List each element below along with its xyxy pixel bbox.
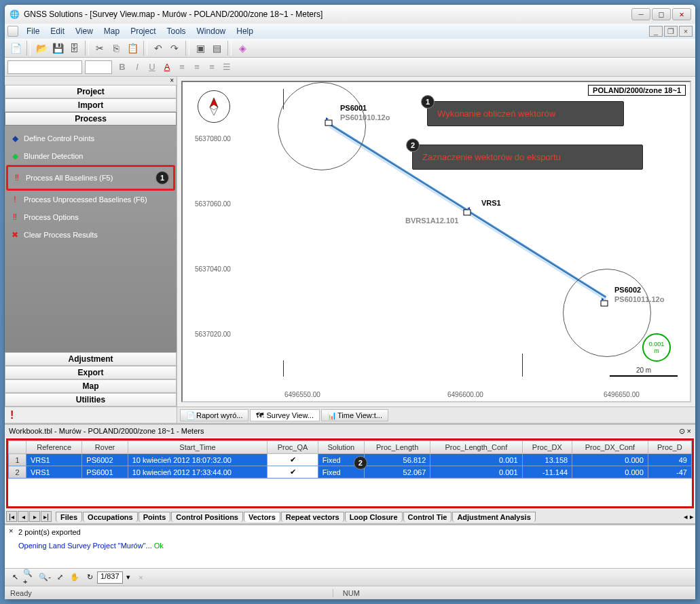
save-icon[interactable]: 💾: [50, 41, 65, 56]
tab-next-icon[interactable]: ▸: [29, 511, 40, 522]
color-icon[interactable]: A: [160, 60, 174, 75]
pointer-icon[interactable]: ↖: [7, 571, 22, 584]
col-header[interactable]: Solution: [318, 441, 364, 454]
size-combo[interactable]: [85, 60, 112, 74]
menu-project[interactable]: Project: [125, 25, 161, 37]
col-header[interactable]: Reference: [26, 441, 82, 454]
workbook-tab[interactable]: Vectors: [244, 512, 280, 522]
sidebar-item[interactable]: ‼Process All Baselines (F5)1: [6, 165, 175, 191]
side-header-project[interactable]: Project: [5, 85, 177, 98]
side-header-adjustment[interactable]: Adjustment: [5, 352, 177, 366]
close-button[interactable]: ✕: [672, 8, 691, 20]
map-point-ps6002[interactable]: [600, 298, 609, 307]
menu-file[interactable]: File: [21, 25, 45, 37]
sidebar-item[interactable]: ✖Clear Process Results: [6, 226, 175, 244]
workbook-tab[interactable]: Repeat vectors: [281, 512, 344, 522]
tab-last-icon[interactable]: ▸|: [41, 511, 52, 522]
open-icon[interactable]: 📂: [34, 41, 49, 56]
side-header-utilities[interactable]: Utilities: [5, 393, 177, 407]
list-icon[interactable]: ☰: [219, 60, 234, 75]
menu-edit[interactable]: Edit: [45, 25, 70, 37]
copy-icon[interactable]: ⎘: [109, 41, 124, 56]
svg-rect-2: [325, 120, 332, 126]
col-header[interactable]: Proc_Length: [364, 441, 430, 454]
cut-icon[interactable]: ✂: [92, 41, 107, 56]
window2-icon[interactable]: ▤: [209, 41, 224, 56]
menu-map[interactable]: Map: [98, 25, 125, 37]
menu-view[interactable]: View: [70, 25, 98, 37]
undo-icon[interactable]: ↶: [151, 41, 166, 56]
col-header[interactable]: Rover: [82, 441, 128, 454]
zoom-fit-icon[interactable]: ⤢: [52, 571, 67, 584]
mdi-close[interactable]: ×: [679, 26, 693, 37]
col-header[interactable]: Proc_DX: [522, 441, 572, 454]
mdi-minimize[interactable]: _: [649, 26, 663, 37]
error-ellipse: [278, 82, 366, 170]
mdi-restore[interactable]: ❐: [664, 26, 678, 37]
menu-tools[interactable]: Tools: [162, 25, 191, 37]
menu-window[interactable]: Window: [191, 25, 232, 37]
minimize-button[interactable]: —: [631, 8, 650, 20]
vectors-table[interactable]: ReferenceRoverStart_TimeProc_QASolutionP…: [8, 440, 692, 478]
workbook-tab[interactable]: Control Positions: [171, 512, 243, 522]
window1-icon[interactable]: ▣: [193, 41, 208, 56]
side-header-import[interactable]: Import: [5, 98, 177, 112]
help-icon[interactable]: ◈: [235, 41, 250, 56]
map-canvas[interactable]: POLAND/2000/zone 18~1 5637080.00 5637060…: [181, 81, 691, 402]
bold-icon[interactable]: B: [115, 60, 130, 75]
map-point-vrs1[interactable]: [462, 207, 472, 216]
maximize-button[interactable]: □: [652, 8, 671, 20]
workbook-tab[interactable]: Files: [56, 512, 82, 522]
workbook-tab[interactable]: Control Tie: [403, 512, 452, 522]
sidebar-item-label: Process All Baselines (F5): [26, 174, 113, 182]
new-icon[interactable]: 📄: [8, 41, 23, 56]
wb-pin-icon[interactable]: ⊙ ×: [679, 427, 691, 436]
map-tab-time[interactable]: 📊Time View:t...: [321, 409, 388, 421]
workbook-tab[interactable]: Occupations: [83, 512, 138, 522]
workbook-tab[interactable]: Adjustment Analysis: [452, 512, 535, 522]
cancel-icon[interactable]: ×: [134, 571, 149, 584]
table-row[interactable]: 2VRS1PS600110 kwiecień 2012 17:33:44.00✔…: [9, 466, 692, 478]
col-header[interactable]: Proc_Length_Conf: [430, 441, 522, 454]
side-header-export[interactable]: Export: [5, 366, 177, 379]
refresh-icon[interactable]: ↻: [82, 571, 97, 584]
zoom-dropdown-icon[interactable]: ▾: [123, 573, 134, 582]
map-tab-report[interactable]: 📄Raport wyró...: [180, 409, 248, 421]
zoom-out-icon[interactable]: 🔍-: [37, 571, 52, 584]
sidebar-item[interactable]: ◆Define Control Points: [6, 130, 175, 147]
align-center-icon[interactable]: ≡: [189, 60, 204, 75]
tab-scroll-icon[interactable]: ◂ ▸: [684, 512, 694, 521]
sidebar-item[interactable]: ◆Blunder Detection: [6, 147, 175, 165]
zoom-in-icon[interactable]: 🔍+: [22, 571, 37, 584]
tab-first-icon[interactable]: |◂: [6, 511, 17, 522]
underline-icon[interactable]: U: [145, 60, 160, 75]
side-header-process[interactable]: Process: [5, 112, 177, 126]
col-header[interactable]: Start_Time: [128, 441, 268, 454]
panel-close-icon[interactable]: ×: [5, 77, 177, 85]
align-left-icon[interactable]: ≡: [174, 60, 189, 75]
col-header[interactable]: Proc_D: [648, 441, 691, 454]
pan-icon[interactable]: ✋: [67, 571, 82, 584]
zoom-combo[interactable]: 1/837: [97, 571, 123, 584]
alert-indicator[interactable]: !: [5, 407, 177, 423]
workbook-tab[interactable]: Loop Closure: [345, 512, 403, 522]
tab-prev-icon[interactable]: ◂: [18, 511, 29, 522]
table-row[interactable]: 1VRS1PS600210 kwiecień 2012 18:07:32.002…: [9, 454, 692, 466]
sidebar-item[interactable]: !Process Unprocessed Baselines (F6): [6, 191, 175, 208]
col-header[interactable]: Proc_DX_Conf: [572, 441, 648, 454]
font-combo[interactable]: [7, 60, 82, 74]
redo-icon[interactable]: ↷: [167, 41, 182, 56]
console-close-icon[interactable]: ×: [9, 527, 13, 535]
map-point-ps6001[interactable]: [324, 117, 333, 127]
workbook-tab[interactable]: Points: [139, 512, 171, 522]
saveall-icon[interactable]: 🗄: [67, 41, 81, 56]
sidebar-item[interactable]: ‼Process Options: [6, 208, 175, 226]
map-tab-survey[interactable]: 🗺Survey View...: [250, 409, 320, 421]
paste-icon[interactable]: 📋: [125, 41, 140, 56]
side-header-map[interactable]: Map: [5, 379, 177, 393]
menu-help[interactable]: Help: [231, 25, 259, 37]
col-header[interactable]: Proc_QA: [268, 441, 318, 454]
align-right-icon[interactable]: ≡: [204, 60, 219, 75]
italic-icon[interactable]: I: [130, 60, 145, 75]
bottom-toolbar: ↖ 🔍+ 🔍- ⤢ ✋ ↻ 1/837 ▾ ×: [5, 568, 695, 586]
